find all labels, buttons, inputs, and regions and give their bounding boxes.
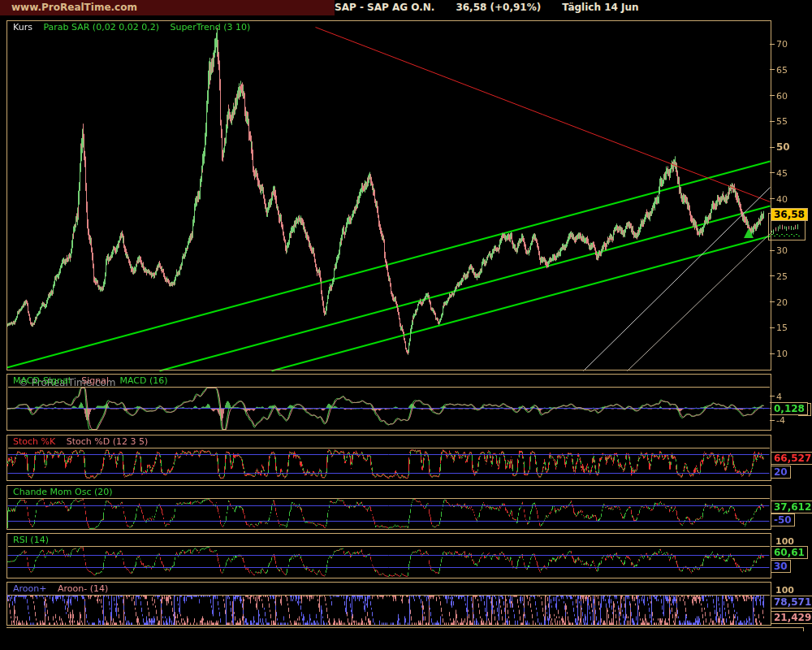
aroon-panel[interactable]: Aroon+ Aroon- (14) bbox=[6, 582, 771, 626]
stoch-d-label[interactable]: Stoch %D (12 3 5) bbox=[67, 436, 149, 447]
macd-panel-title: MACD-Signal Signal MACD (16) bbox=[8, 375, 770, 388]
macd-hist-label[interactable]: MACD-Signal bbox=[13, 375, 71, 386]
chande-label[interactable]: Chande Mom Osc (20) bbox=[13, 487, 113, 497]
macd-panel[interactable]: MACD-Signal Signal MACD (16) bbox=[6, 374, 771, 431]
macd-label[interactable]: MACD (16) bbox=[120, 375, 168, 386]
brand-logo[interactable]: www.ProRealTime.com bbox=[0, 0, 335, 15]
rsi-level-badge: 30 bbox=[771, 560, 791, 573]
rsi-value-badge: 60,61 bbox=[771, 546, 808, 559]
symbol-title: SAP - SAP AG O.N. bbox=[335, 2, 434, 13]
macd-value-badge: 0,128 bbox=[771, 402, 808, 415]
prorealtime-window: www.ProRealTime.com SAP - SAP AG O.N.36,… bbox=[0, 0, 812, 650]
rsi-100-tick: 100 bbox=[775, 536, 794, 547]
stoch-k-label[interactable]: Stoch %K bbox=[13, 436, 55, 447]
stochastic-panel-title: Stoch %K Stoch %D (12 3 5) bbox=[8, 436, 770, 448]
aroon-up-value-badge: 78,571 bbox=[771, 596, 812, 609]
last-price-badge: 36,58 bbox=[771, 208, 808, 221]
time-axis-end-tick bbox=[803, 627, 804, 631]
chande-value-badge: 37,612 bbox=[771, 500, 812, 514]
aroon-down-value-badge: 21,429 bbox=[771, 611, 812, 624]
header-bar: www.ProRealTime.com SAP - SAP AG O.N.36,… bbox=[0, 0, 812, 15]
header-title: SAP - SAP AG O.N.36,58 (+0,91%)Täglich 1… bbox=[335, 0, 660, 15]
stochastic-panel[interactable]: Stoch %K Stoch %D (12 3 5) bbox=[6, 435, 771, 481]
aroon-100-tick: 100 bbox=[775, 585, 794, 596]
macd-signal-label[interactable]: Signal bbox=[81, 375, 109, 386]
aroon-up-label[interactable]: Aroon+ bbox=[13, 583, 46, 594]
symbol-period-date: Täglich 14 Jun bbox=[562, 2, 638, 13]
time-axis bbox=[6, 627, 804, 628]
chande-panel-title: Chande Mom Osc (20) bbox=[8, 487, 770, 499]
rsi-panel-title: RSI (14) bbox=[8, 535, 770, 547]
price-panel[interactable]: Kurs Parab SAR (0,02 0,02 0,2) SuperTren… bbox=[6, 20, 771, 370]
chande-panel[interactable]: Chande Mom Osc (20) bbox=[6, 485, 771, 530]
aroon-panel-title: Aroon+ Aroon- (14) bbox=[8, 583, 770, 596]
supertrend-label[interactable]: SuperTrend (3 10) bbox=[170, 22, 250, 32]
rsi-panel[interactable]: RSI (14) bbox=[6, 533, 771, 578]
chande-level-badge: -50 bbox=[771, 514, 795, 526]
stoch-value-badge: 66,527 bbox=[771, 452, 812, 465]
symbol-quote: 36,58 (+0,91%) bbox=[456, 2, 541, 13]
rsi-label[interactable]: RSI (14) bbox=[13, 535, 49, 545]
stoch-level-badge: 20 bbox=[771, 466, 791, 479]
aroon-down-label[interactable]: Aroon- (14) bbox=[58, 583, 108, 594]
parab-sar-label[interactable]: Parab SAR (0,02 0,02 0,2) bbox=[43, 22, 159, 32]
price-panel-label[interactable]: Kurs bbox=[13, 22, 32, 32]
price-panel-title: Kurs Parab SAR (0,02 0,02 0,2) SuperTren… bbox=[8, 22, 770, 33]
